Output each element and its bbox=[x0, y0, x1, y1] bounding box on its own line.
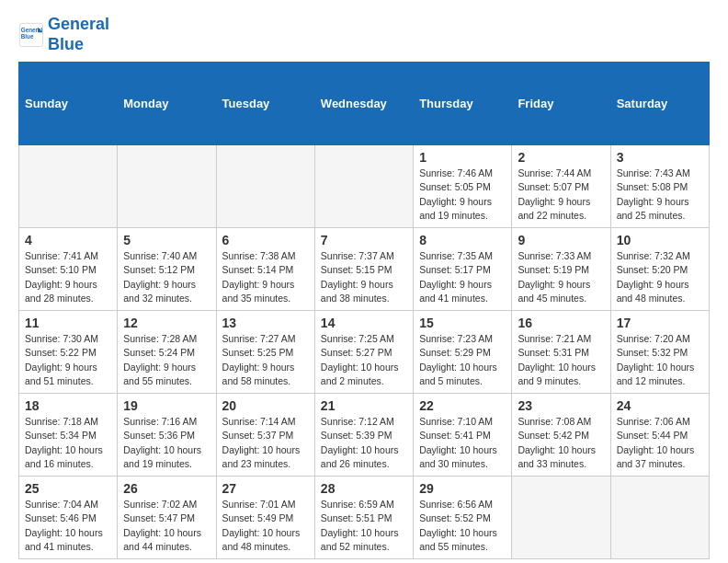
calendar-cell: 11Sunrise: 7:30 AMSunset: 5:22 PMDayligh… bbox=[19, 311, 118, 394]
day-number: 6 bbox=[222, 233, 309, 247]
day-info: Sunrise: 7:10 AMSunset: 5:41 PMDaylight:… bbox=[419, 415, 506, 471]
day-info: Sunrise: 7:41 AMSunset: 5:10 PMDaylight:… bbox=[25, 249, 111, 305]
calendar-cell bbox=[118, 145, 216, 228]
day-number: 7 bbox=[321, 233, 407, 247]
calendar-cell: 18Sunrise: 7:18 AMSunset: 5:34 PMDayligh… bbox=[19, 394, 118, 477]
svg-text:Blue: Blue bbox=[21, 33, 34, 40]
day-info: Sunrise: 6:56 AMSunset: 5:52 PMDaylight:… bbox=[419, 498, 506, 554]
calendar-cell: 16Sunrise: 7:21 AMSunset: 5:31 PMDayligh… bbox=[512, 311, 610, 394]
calendar-cell: 2Sunrise: 7:44 AMSunset: 5:07 PMDaylight… bbox=[512, 145, 610, 228]
weekday-header-wednesday: Wednesday bbox=[314, 63, 413, 145]
calendar-cell bbox=[216, 145, 314, 228]
day-number: 1 bbox=[419, 150, 506, 165]
day-info: Sunrise: 7:30 AMSunset: 5:22 PMDaylight:… bbox=[25, 332, 111, 388]
header: General Blue GeneralBlue bbox=[18, 15, 710, 54]
day-number: 28 bbox=[321, 481, 407, 496]
day-number: 21 bbox=[321, 398, 407, 413]
day-info: Sunrise: 7:21 AMSunset: 5:31 PMDaylight:… bbox=[518, 332, 604, 388]
calendar-cell: 3Sunrise: 7:43 AMSunset: 5:08 PMDaylight… bbox=[610, 145, 709, 228]
day-info: Sunrise: 6:59 AMSunset: 5:51 PMDaylight:… bbox=[321, 498, 407, 554]
day-number: 4 bbox=[25, 233, 111, 247]
calendar-cell bbox=[314, 145, 413, 228]
calendar-cell: 5Sunrise: 7:40 AMSunset: 5:12 PMDaylight… bbox=[118, 228, 216, 311]
calendar-cell: 20Sunrise: 7:14 AMSunset: 5:37 PMDayligh… bbox=[216, 394, 314, 477]
calendar-cell: 15Sunrise: 7:23 AMSunset: 5:29 PMDayligh… bbox=[414, 311, 512, 394]
weekday-header-row: SundayMondayTuesdayWednesdayThursdayFrid… bbox=[19, 63, 710, 145]
calendar-cell: 17Sunrise: 7:20 AMSunset: 5:32 PMDayligh… bbox=[610, 311, 709, 394]
weekday-header-saturday: Saturday bbox=[610, 63, 709, 145]
day-info: Sunrise: 7:28 AMSunset: 5:24 PMDaylight:… bbox=[123, 332, 210, 388]
calendar-cell bbox=[19, 145, 118, 228]
calendar-cell: 26Sunrise: 7:02 AMSunset: 5:47 PMDayligh… bbox=[118, 477, 216, 559]
calendar-week-1: 1Sunrise: 7:46 AMSunset: 5:05 PMDaylight… bbox=[19, 145, 710, 228]
day-info: Sunrise: 7:08 AMSunset: 5:42 PMDaylight:… bbox=[518, 415, 604, 471]
calendar-cell: 6Sunrise: 7:38 AMSunset: 5:14 PMDaylight… bbox=[216, 228, 314, 311]
calendar-cell: 24Sunrise: 7:06 AMSunset: 5:44 PMDayligh… bbox=[610, 394, 709, 477]
calendar-cell: 28Sunrise: 6:59 AMSunset: 5:51 PMDayligh… bbox=[314, 477, 413, 559]
calendar-cell: 7Sunrise: 7:37 AMSunset: 5:15 PMDaylight… bbox=[314, 228, 413, 311]
day-number: 16 bbox=[518, 316, 604, 330]
calendar-cell: 13Sunrise: 7:27 AMSunset: 5:25 PMDayligh… bbox=[216, 311, 314, 394]
logo-icon: General Blue bbox=[18, 22, 44, 48]
day-number: 15 bbox=[419, 316, 506, 330]
calendar-cell bbox=[512, 477, 610, 559]
calendar-cell bbox=[610, 477, 709, 559]
day-info: Sunrise: 7:12 AMSunset: 5:39 PMDaylight:… bbox=[321, 415, 407, 471]
calendar-cell: 21Sunrise: 7:12 AMSunset: 5:39 PMDayligh… bbox=[314, 394, 413, 477]
calendar-cell: 22Sunrise: 7:10 AMSunset: 5:41 PMDayligh… bbox=[414, 394, 512, 477]
day-number: 19 bbox=[123, 398, 210, 413]
weekday-header-tuesday: Tuesday bbox=[216, 63, 314, 145]
day-info: Sunrise: 7:40 AMSunset: 5:12 PMDaylight:… bbox=[123, 249, 210, 305]
day-info: Sunrise: 7:32 AMSunset: 5:20 PMDaylight:… bbox=[617, 249, 703, 305]
day-number: 25 bbox=[25, 481, 111, 496]
day-info: Sunrise: 7:01 AMSunset: 5:49 PMDaylight:… bbox=[222, 498, 309, 554]
logo-text: GeneralBlue bbox=[48, 15, 109, 54]
day-number: 8 bbox=[419, 233, 506, 247]
day-info: Sunrise: 7:35 AMSunset: 5:17 PMDaylight:… bbox=[419, 249, 506, 305]
day-info: Sunrise: 7:16 AMSunset: 5:36 PMDaylight:… bbox=[123, 415, 210, 471]
day-number: 24 bbox=[617, 398, 703, 413]
day-number: 11 bbox=[25, 316, 111, 330]
day-number: 20 bbox=[222, 398, 309, 413]
day-info: Sunrise: 7:18 AMSunset: 5:34 PMDaylight:… bbox=[25, 415, 111, 471]
calendar-cell: 27Sunrise: 7:01 AMSunset: 5:49 PMDayligh… bbox=[216, 477, 314, 559]
day-info: Sunrise: 7:27 AMSunset: 5:25 PMDaylight:… bbox=[222, 332, 309, 388]
calendar-cell: 25Sunrise: 7:04 AMSunset: 5:46 PMDayligh… bbox=[19, 477, 118, 559]
calendar-cell: 23Sunrise: 7:08 AMSunset: 5:42 PMDayligh… bbox=[512, 394, 610, 477]
calendar-cell: 10Sunrise: 7:32 AMSunset: 5:20 PMDayligh… bbox=[610, 228, 709, 311]
day-info: Sunrise: 7:25 AMSunset: 5:27 PMDaylight:… bbox=[321, 332, 407, 388]
day-info: Sunrise: 7:20 AMSunset: 5:32 PMDaylight:… bbox=[617, 332, 703, 388]
day-info: Sunrise: 7:38 AMSunset: 5:14 PMDaylight:… bbox=[222, 249, 309, 305]
day-info: Sunrise: 7:43 AMSunset: 5:08 PMDaylight:… bbox=[617, 167, 703, 223]
calendar-cell: 1Sunrise: 7:46 AMSunset: 5:05 PMDaylight… bbox=[414, 145, 512, 228]
day-number: 23 bbox=[518, 398, 604, 413]
weekday-header-friday: Friday bbox=[512, 63, 610, 145]
day-number: 10 bbox=[617, 233, 703, 247]
calendar-table: SundayMondayTuesdayWednesdayThursdayFrid… bbox=[18, 62, 710, 559]
day-number: 18 bbox=[25, 398, 111, 413]
weekday-header-sunday: Sunday bbox=[19, 63, 118, 145]
day-number: 5 bbox=[123, 233, 210, 247]
day-info: Sunrise: 7:02 AMSunset: 5:47 PMDaylight:… bbox=[123, 498, 210, 554]
page-container: General Blue GeneralBlue SundayMondayTue… bbox=[0, 0, 728, 563]
calendar-week-4: 18Sunrise: 7:18 AMSunset: 5:34 PMDayligh… bbox=[19, 394, 710, 477]
calendar-cell: 14Sunrise: 7:25 AMSunset: 5:27 PMDayligh… bbox=[314, 311, 413, 394]
day-number: 17 bbox=[617, 316, 703, 330]
calendar-cell: 29Sunrise: 6:56 AMSunset: 5:52 PMDayligh… bbox=[414, 477, 512, 559]
day-number: 13 bbox=[222, 316, 309, 330]
day-info: Sunrise: 7:33 AMSunset: 5:19 PMDaylight:… bbox=[518, 249, 604, 305]
day-info: Sunrise: 7:46 AMSunset: 5:05 PMDaylight:… bbox=[419, 167, 506, 223]
calendar-week-5: 25Sunrise: 7:04 AMSunset: 5:46 PMDayligh… bbox=[19, 477, 710, 559]
day-info: Sunrise: 7:06 AMSunset: 5:44 PMDaylight:… bbox=[617, 415, 703, 471]
day-number: 12 bbox=[123, 316, 210, 330]
calendar-cell: 19Sunrise: 7:16 AMSunset: 5:36 PMDayligh… bbox=[118, 394, 216, 477]
calendar-cell: 4Sunrise: 7:41 AMSunset: 5:10 PMDaylight… bbox=[19, 228, 118, 311]
calendar-cell: 8Sunrise: 7:35 AMSunset: 5:17 PMDaylight… bbox=[414, 228, 512, 311]
calendar-cell: 12Sunrise: 7:28 AMSunset: 5:24 PMDayligh… bbox=[118, 311, 216, 394]
calendar-week-2: 4Sunrise: 7:41 AMSunset: 5:10 PMDaylight… bbox=[19, 228, 710, 311]
day-info: Sunrise: 7:44 AMSunset: 5:07 PMDaylight:… bbox=[518, 167, 604, 223]
day-number: 2 bbox=[518, 150, 604, 165]
day-info: Sunrise: 7:23 AMSunset: 5:29 PMDaylight:… bbox=[419, 332, 506, 388]
day-number: 22 bbox=[419, 398, 506, 413]
day-number: 3 bbox=[617, 150, 703, 165]
